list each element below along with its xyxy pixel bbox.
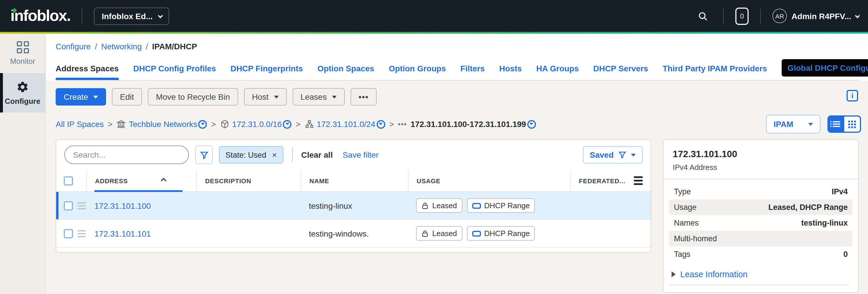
row-checkbox[interactable] [64,229,73,238]
view-toggle [828,115,861,133]
drag-handle-icon[interactable] [78,230,86,237]
search-input[interactable] [73,150,180,159]
list-view-icon[interactable] [829,117,844,131]
move-to-recycle-bin-button[interactable]: Move to Recycle Bin [148,88,238,106]
address-table-card: State: Used × Clear all Save filter Save… [56,139,651,253]
detail-field-tags: Tags 0 [669,246,852,262]
row-checkbox[interactable] [64,201,73,210]
leased-badge: Leased [416,198,462,213]
org-dropdown-label: Infoblox Ed... [102,11,153,21]
grid-view-icon[interactable] [844,117,860,131]
more-actions-button[interactable]: ••• [350,88,377,106]
tab-option-spaces[interactable]: Option Spaces [317,60,374,80]
chevron-down-icon [855,13,860,18]
tab-option-groups[interactable]: Option Groups [389,60,446,80]
detail-field-type: Type IPv4 [669,184,852,200]
action-toolbar: Create Edit Move to Recycle Bin Host Lea… [56,88,861,106]
tab-hosts[interactable]: Hosts [499,60,522,80]
global-dhcp-configuration-button[interactable]: Global DHCP Configuration [782,59,868,77]
page-title: IPAM/DHCP [152,42,197,51]
caret-down-icon [808,123,813,125]
chevron-down-circle-icon[interactable] [198,120,207,128]
dhcp-range-badge: DHCP Range [467,198,535,213]
lease-information-link[interactable]: Lease Information [680,270,747,279]
sidebar-item-monitor[interactable]: Monitor [0,34,45,73]
address-link[interactable]: 172.31.101.101 [94,229,151,238]
user-menu-label: Admin R4PFV... [792,11,851,21]
select-all-checkbox[interactable] [64,176,73,185]
ipam-mode-dropdown[interactable]: IPAM [766,115,820,134]
table-row[interactable]: 172.31.101.101 testing-windows. Leased [56,220,651,247]
sidebar-item-configure[interactable]: Configure [0,73,45,113]
filter-chip-state-used[interactable]: State: Used × [219,146,283,164]
column-header-description[interactable]: DESCRIPTION [196,170,301,192]
tab-address-spaces[interactable]: Address Spaces [56,60,119,80]
sidebar: Monitor Configure [0,34,46,294]
column-menu-icon[interactable] [634,176,643,185]
saved-filters-button[interactable]: Saved [583,146,643,164]
detail-field-multi-homed: Multi-homed [669,231,852,246]
path-all-ip-spaces[interactable]: All IP Spaces [56,119,104,129]
path-network-view[interactable]: Techblue Networks [117,119,197,129]
tab-dhcp-config-profiles[interactable]: DHCP Config Profiles [133,60,216,80]
create-button[interactable]: Create [56,88,106,106]
search-input-wrapper [64,146,189,164]
filter-funnel-icon[interactable] [195,146,213,164]
chevron-down-circle-icon[interactable] [283,120,292,128]
network-container-icon [220,119,229,129]
range-rect-icon [472,231,480,236]
divider [292,147,292,163]
tab-dhcp-servers[interactable]: DHCP Servers [593,60,648,80]
path-network-container[interactable]: 172.31.0.0/16 [220,119,282,129]
tab-bar: Address Spaces DHCP Config Profiles DHCP… [56,59,859,81]
chevron-down-circle-icon[interactable] [527,120,536,128]
divider [723,8,724,24]
tab-ha-groups[interactable]: HA Groups [536,60,579,80]
host-button[interactable]: Host [244,88,287,106]
tab-dhcp-fingerprints[interactable]: DHCP Fingerprints [230,60,303,80]
divider [760,8,761,24]
breadcrumb-link-configure[interactable]: Configure [56,42,91,51]
tab-filters[interactable]: Filters [460,60,485,80]
user-menu[interactable]: Admin R4PFV... [792,11,859,21]
path-network[interactable]: 172.31.101.0/24 [305,119,375,129]
breadcrumb: Configure / Networking / IPAM/DHCP [56,42,859,51]
gear-icon [16,80,29,93]
funnel-icon [618,151,626,159]
leased-badge: Leased [416,226,462,241]
notification-badge[interactable]: 0 [735,7,749,25]
save-filter-button[interactable]: Save filter [342,150,379,159]
info-icon[interactable]: i [846,90,858,101]
range-dots-icon: ••• [398,120,407,128]
logo-text: infoblox. [10,7,70,24]
lock-icon [421,229,429,237]
search-icon[interactable] [694,7,712,25]
column-header-address[interactable]: ADDRESS [86,170,196,192]
infoblox-logo: infoblox. [10,7,70,25]
detail-subtitle: IPv4 Address [673,163,849,172]
org-dropdown[interactable]: Infoblox Ed... [94,7,169,25]
sidebar-item-label: Configure [5,96,40,105]
edit-button[interactable]: Edit [112,88,142,106]
caret-down-icon [93,95,98,98]
chevron-down-icon [158,13,163,18]
close-icon[interactable]: × [272,150,277,159]
clear-all-button[interactable]: Clear all [301,150,333,159]
table-row[interactable]: 172.31.101.100 testing-linux Leased [56,192,651,220]
column-header-federated[interactable]: FEDERATED... [570,170,651,192]
tab-third-party-ipam-providers[interactable]: Third Party IPAM Providers [662,60,767,80]
detail-field-usage: Usage Leased, DHCP Range [669,200,852,215]
column-header-name[interactable]: NAME [301,170,408,192]
expand-triangle-icon [672,271,676,277]
breadcrumb-link-networking[interactable]: Networking [101,42,142,51]
lease-information-row: Lease Information [669,266,849,285]
top-bar: infoblox. Infoblox Ed... 0 AR Admin R4PF… [0,0,868,32]
avatar[interactable]: AR [772,9,787,23]
drag-handle-icon[interactable] [78,202,86,209]
chevron-down-circle-icon[interactable] [376,120,385,128]
detail-panel: 172.31.101.100 IPv4 Address Type IPv4 Us… [663,139,859,293]
address-link[interactable]: 172.31.101.100 [94,201,151,210]
column-header-usage[interactable]: USAGE [408,170,570,192]
ellipsis-icon: ••• [359,92,369,101]
leases-button[interactable]: Leases [292,88,344,106]
